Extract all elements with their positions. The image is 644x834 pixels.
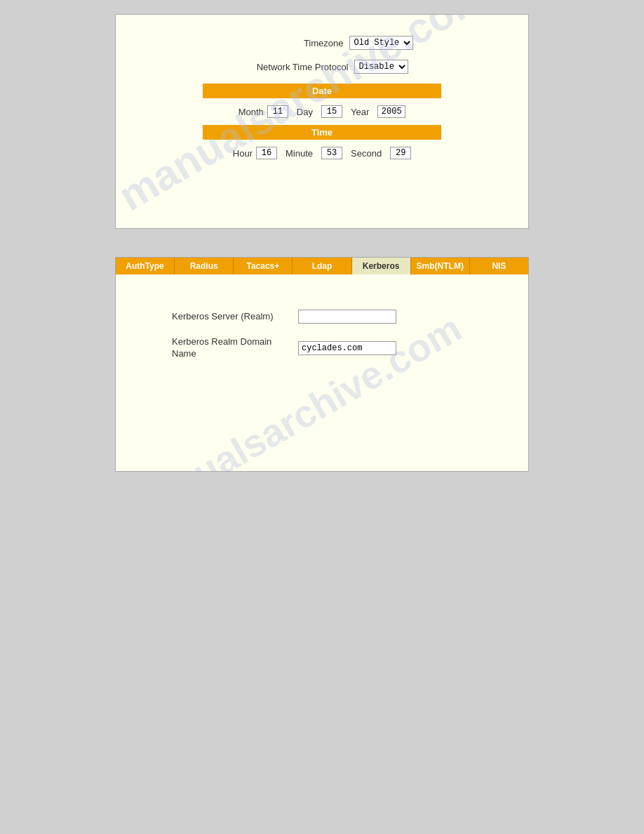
second-label: Second xyxy=(351,148,382,159)
second-input[interactable] xyxy=(390,147,411,159)
ntp-row: Network Time Protocol Disable Enable xyxy=(130,60,514,74)
ntp-select[interactable]: Disable Enable xyxy=(354,60,408,74)
time-header: Time xyxy=(203,125,441,140)
minute-input[interactable] xyxy=(321,147,342,159)
tab-nis[interactable]: NIS xyxy=(470,258,528,274)
day-label: Day xyxy=(297,107,313,117)
kerberos-form: Kerberos Server (Realm) Kerberos Realm D… xyxy=(172,310,514,360)
hour-label: Hour xyxy=(233,148,253,159)
timezone-row: Timezone Old Style New Style xyxy=(130,36,514,50)
tab-bar: AuthType Radius Tacacs+ Ldap Kerberos Sm… xyxy=(116,258,528,274)
date-header: Date xyxy=(203,84,441,98)
kerberos-server-label: Kerberos Server (Realm) xyxy=(172,311,298,323)
hour-input[interactable] xyxy=(256,147,277,159)
tab-radius[interactable]: Radius xyxy=(175,258,234,274)
time-row: Hour Minute Second xyxy=(130,147,514,159)
tab-kerberos[interactable]: Kerberos xyxy=(352,258,411,274)
year-input[interactable] xyxy=(377,105,405,118)
tab-ldap[interactable]: Ldap xyxy=(293,258,351,274)
year-label: Year xyxy=(351,107,369,117)
day-input[interactable] xyxy=(321,105,342,118)
tab-smb[interactable]: Smb(NTLM) xyxy=(411,258,470,274)
month-label: Month xyxy=(239,107,264,117)
tab-authtype[interactable]: AuthType xyxy=(116,258,175,274)
datetime-panel: manualsarchive.com Timezone Old Style Ne… xyxy=(115,14,529,229)
date-row: Month Day Year xyxy=(130,105,514,118)
kerberos-realm-input[interactable] xyxy=(298,341,396,355)
kerberos-realm-label: Kerberos Realm Domain Name xyxy=(172,336,298,360)
kerberos-server-row: Kerberos Server (Realm) xyxy=(172,310,396,324)
kerberos-server-input[interactable] xyxy=(298,310,396,324)
kerberos-realm-row: Kerberos Realm Domain Name xyxy=(172,336,396,360)
minute-label: Minute xyxy=(286,148,313,159)
timezone-label: Timezone xyxy=(232,38,344,48)
kerberos-body: manualsarchive.com Kerberos Server (Real… xyxy=(116,274,528,471)
ntp-label: Network Time Protocol xyxy=(236,62,349,72)
timezone-select[interactable]: Old Style New Style xyxy=(349,36,413,50)
tab-tacacs[interactable]: Tacacs+ xyxy=(234,258,293,274)
auth-panel: AuthType Radius Tacacs+ Ldap Kerberos Sm… xyxy=(115,257,529,472)
month-input[interactable] xyxy=(267,105,288,118)
